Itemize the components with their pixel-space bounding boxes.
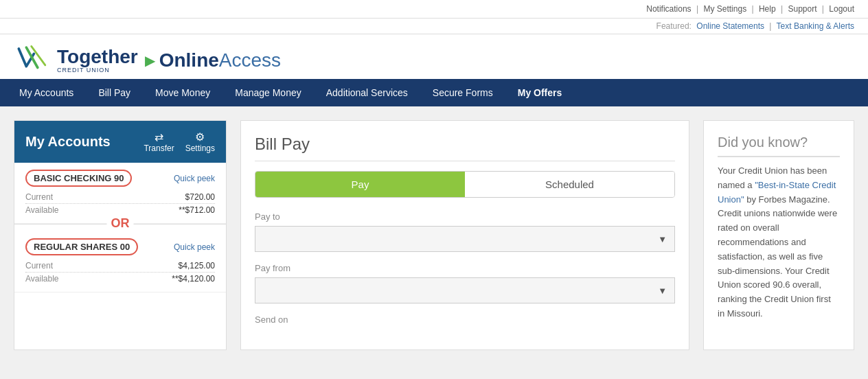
tab-group: Pay Scheduled — [255, 171, 675, 198]
logo-icon — [14, 41, 52, 79]
checking-available-label: Available — [25, 205, 58, 215]
logout-link[interactable]: Logout — [829, 4, 854, 14]
nav-secure-forms[interactable]: Secure Forms — [420, 79, 505, 106]
shares-current-label: Current — [25, 261, 53, 271]
accounts-actions: ⇄ Transfer ⚙ Settings — [144, 130, 215, 153]
pay-from-wrapper: ▼ — [255, 277, 675, 303]
account-name-shares[interactable]: REGULAR SHARES 00 — [25, 238, 138, 255]
checking-current-row: Current $720.00 — [25, 191, 215, 204]
or-label: OR — [107, 216, 134, 231]
pay-to-label: Pay to — [255, 211, 675, 222]
featured-label: Featured: — [656, 21, 692, 31]
nav-my-offers[interactable]: My Offers — [505, 79, 575, 106]
accounts-panel: My Accounts ⇄ Transfer ⚙ Settings BASIC … — [14, 120, 227, 350]
shares-current-row: Current $4,125.00 — [25, 260, 215, 273]
send-on-group: Send on — [255, 314, 675, 325]
nav-my-accounts[interactable]: My Accounts — [7, 79, 86, 106]
info-title: Did you know? — [718, 135, 840, 157]
nav-bill-pay[interactable]: Bill Pay — [86, 79, 143, 106]
online-statements-link[interactable]: Online Statements — [696, 21, 764, 31]
pay-from-select[interactable] — [255, 277, 675, 303]
logo-area: Together CREDIT UNION ▶ OnlineAccess — [0, 34, 868, 79]
support-link[interactable]: Support — [788, 4, 816, 14]
nav-manage-money[interactable]: Manage Money — [222, 79, 314, 106]
transfer-action[interactable]: ⇄ Transfer — [144, 130, 174, 153]
logo-together: Together — [57, 47, 138, 67]
logo-arrow: ▶ — [145, 52, 155, 69]
info-text-after: by Forbes Magazine. — [744, 194, 830, 205]
settings-icon: ⚙ — [185, 130, 215, 143]
pay-to-wrapper: ▼ — [255, 226, 675, 252]
featured-bar: Featured: Online Statements | Text Banki… — [0, 19, 868, 34]
account-item-checking: BASIC CHECKING 90 Quick peek Current $72… — [14, 163, 226, 224]
account-item-shares: REGULAR SHARES 00 Quick peek Current $4,… — [14, 231, 226, 292]
pay-to-select[interactable] — [255, 226, 675, 252]
accounts-title: My Accounts — [25, 134, 111, 150]
nav-move-money[interactable]: Move Money — [143, 79, 222, 106]
info-panel: Did you know? Your Credit Union has been… — [703, 120, 854, 350]
or-separator: OR — [14, 224, 226, 225]
send-on-label: Send on — [255, 314, 675, 325]
notifications-link[interactable]: Notifications — [646, 4, 691, 14]
top-links: Notifications | My Settings | Help | Sup… — [646, 4, 854, 14]
logo-access: Access — [219, 49, 281, 71]
top-bar: Notifications | My Settings | Help | Sup… — [0, 0, 868, 19]
quick-peek-shares[interactable]: Quick peek — [174, 242, 215, 252]
logo-text: Together CREDIT UNION ▶ OnlineAccess — [57, 47, 281, 73]
pay-from-group: Pay from ▼ — [255, 263, 675, 303]
tab-scheduled[interactable]: Scheduled — [465, 172, 674, 197]
my-settings-link[interactable]: My Settings — [703, 4, 746, 14]
shares-current-value: $4,125.00 — [179, 261, 215, 271]
nav-additional-services[interactable]: Additional Services — [314, 79, 420, 106]
transfer-label: Transfer — [144, 143, 174, 153]
shares-available-value: **$4,120.00 — [172, 274, 215, 284]
checking-current-value: $720.00 — [185, 192, 215, 202]
accounts-header: My Accounts ⇄ Transfer ⚙ Settings — [14, 121, 226, 163]
checking-available-value: **$712.00 — [179, 205, 215, 215]
tab-pay[interactable]: Pay — [255, 172, 465, 197]
checking-available-row: Available **$712.00 — [25, 204, 215, 216]
account-name-row-shares: REGULAR SHARES 00 Quick peek — [25, 238, 215, 255]
quick-peek-checking[interactable]: Quick peek — [174, 174, 215, 183]
text-banking-link[interactable]: Text Banking & Alerts — [777, 21, 854, 31]
billpay-panel: Bill Pay Pay Scheduled Pay to ▼ Pay from… — [240, 120, 689, 350]
nav-bar: My Accounts Bill Pay Move Money Manage M… — [0, 79, 868, 106]
settings-label: Settings — [185, 143, 215, 153]
billpay-title: Bill Pay — [255, 135, 675, 161]
main-content: My Accounts ⇄ Transfer ⚙ Settings BASIC … — [0, 106, 868, 364]
transfer-icon: ⇄ — [144, 130, 174, 143]
checking-current-label: Current — [25, 192, 53, 202]
settings-action[interactable]: ⚙ Settings — [185, 130, 215, 153]
logo-subtitle: CREDIT UNION — [57, 67, 138, 73]
shares-available-label: Available — [25, 274, 58, 284]
shares-available-row: Available **$4,120.00 — [25, 273, 215, 285]
pay-to-group: Pay to ▼ — [255, 211, 675, 252]
account-name-checking[interactable]: BASIC CHECKING 90 — [25, 170, 132, 187]
pay-from-label: Pay from — [255, 263, 675, 273]
account-name-row-checking: BASIC CHECKING 90 Quick peek — [25, 170, 215, 187]
info-text: Your Credit Union has been named a "Best… — [718, 164, 840, 321]
info-text2: Credit unions nationwide were rated on o… — [718, 208, 837, 319]
help-link[interactable]: Help — [759, 4, 776, 14]
logo-online: Online — [159, 49, 219, 71]
